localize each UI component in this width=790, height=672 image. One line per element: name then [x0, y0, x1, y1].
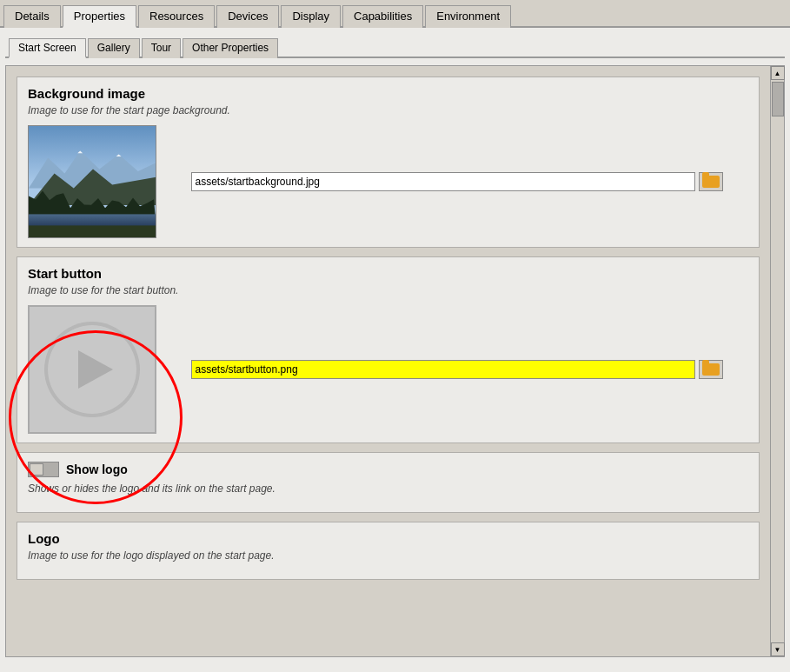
tab-resources[interactable]: Resources: [138, 5, 215, 28]
bg-image-preview: [28, 125, 156, 238]
bg-file-input-row: [165, 172, 748, 191]
play-triangle-icon: [78, 350, 113, 389]
logo-desc: Image to use for the logo displayed on t…: [28, 549, 748, 562]
sub-tab-bar: Start Screen Gallery Tour Other Properti…: [5, 33, 785, 58]
bg-image-row: [28, 125, 748, 238]
show-logo-label: Show logo: [66, 462, 128, 476]
logo-section: Logo Image to use for the logo displayed…: [17, 522, 760, 580]
show-logo-toggle[interactable]: [28, 462, 59, 477]
start-button-section: Start button Image to use for the start …: [17, 256, 760, 443]
start-btn-file-row: [165, 360, 748, 379]
start-btn-row: [28, 305, 748, 434]
scrollbar: ▲ ▼: [770, 66, 784, 656]
scrollbar-down-button[interactable]: ▼: [771, 642, 785, 656]
start-btn-title-text: Start button: [28, 266, 102, 281]
content-scroll[interactable]: Background image Image to use for the st…: [6, 66, 770, 656]
tab-details[interactable]: Details: [3, 5, 61, 28]
tab-properties[interactable]: Properties: [63, 5, 136, 28]
bg-folder-icon: [702, 176, 720, 188]
tab-devices[interactable]: Devices: [216, 5, 279, 28]
tab-display[interactable]: Display: [281, 5, 341, 28]
main-area: Start Screen Gallery Tour Other Properti…: [0, 28, 790, 672]
tab-capabilities[interactable]: Capabilities: [342, 5, 423, 28]
tab-environment[interactable]: Environment: [425, 5, 511, 28]
bg-folder-button[interactable]: [699, 172, 723, 191]
scrollbar-up-button[interactable]: ▲: [771, 66, 785, 80]
bg-image-title: Background image: [28, 86, 748, 101]
show-logo-section: Show logo Shows or hides the logo and it…: [17, 452, 760, 513]
bg-image-desc: Image to use for the start page backgrou…: [28, 104, 748, 116]
play-circle: [44, 322, 140, 417]
content-panel: Background image Image to use for the st…: [5, 65, 785, 657]
subtab-start-screen[interactable]: Start Screen: [9, 38, 86, 58]
bg-file-input[interactable]: [191, 172, 695, 191]
start-btn-folder-icon: [702, 363, 720, 376]
bg-input-with-btn: [191, 172, 723, 191]
start-btn-file-input[interactable]: [191, 360, 695, 379]
top-tab-bar: Details Properties Resources Devices Dis…: [0, 0, 790, 28]
show-logo-desc: Shows or hides the logo and its link on …: [28, 482, 748, 495]
scrollbar-thumb[interactable]: [772, 82, 784, 116]
toggle-thumb: [30, 463, 43, 476]
start-btn-title: Start button: [28, 266, 748, 281]
start-btn-folder-button[interactable]: [699, 360, 723, 379]
subtab-gallery[interactable]: Gallery: [88, 38, 140, 58]
logo-title: Logo: [28, 531, 748, 546]
play-preview: [28, 305, 156, 434]
subtab-other-properties[interactable]: Other Properties: [183, 38, 278, 58]
subtab-tour[interactable]: Tour: [142, 38, 181, 58]
start-btn-desc: Image to use for the start button.: [28, 284, 748, 296]
mountain-canvas: [29, 126, 156, 238]
show-logo-row: Show logo: [28, 462, 748, 477]
background-image-section: Background image Image to use for the st…: [17, 77, 760, 248]
start-btn-input-with-btn: [191, 360, 723, 379]
